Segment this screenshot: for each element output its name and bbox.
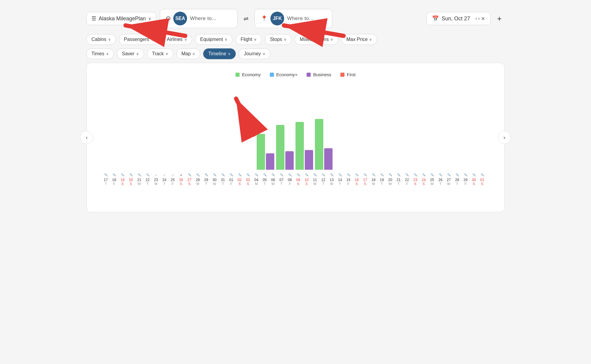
timeline-icon[interactable]: 🔍 <box>319 173 327 177</box>
date-cell[interactable]: 01F <box>227 178 235 186</box>
date-cell[interactable]: 18F <box>110 178 118 186</box>
timeline-icon[interactable]: 🔍 <box>185 173 194 177</box>
filter-cabins[interactable]: Cabins∨ <box>86 34 116 45</box>
filter-equipment[interactable]: Equipment∨ <box>195 34 233 45</box>
date-cell[interactable]: 24S <box>419 178 428 186</box>
timeline-icon[interactable]: 🔍 <box>378 173 386 177</box>
date-cell[interactable]: 24T <box>160 178 169 186</box>
date-cell[interactable]: 04M <box>252 178 261 186</box>
timeline-icon[interactable]: 🔍 <box>252 173 261 177</box>
date-cell[interactable]: 22F <box>403 178 411 186</box>
date-cell[interactable]: 17S <box>361 178 369 186</box>
filter-journey[interactable]: Journey∨ <box>239 48 270 59</box>
timeline-icon[interactable]: 🔍 <box>269 173 277 177</box>
date-cell[interactable]: 09S <box>294 178 302 186</box>
business-bar[interactable] <box>285 151 294 170</box>
timeline-icon[interactable]: 🔍 <box>202 173 210 177</box>
date-next-icon[interactable]: › <box>478 16 480 22</box>
filter-saver[interactable]: Saver∨ <box>117 48 144 59</box>
origin-selector[interactable]: SEA Where to... <box>160 9 238 28</box>
date-selector[interactable]: 📅 Sun, Oct 27 ‹ › ✕ <box>426 12 491 25</box>
chart-next-button[interactable]: › <box>498 131 511 144</box>
timeline-icon[interactable]: 🔍 <box>445 173 453 177</box>
date-cell[interactable]: 29T <box>202 178 210 186</box>
date-cell[interactable]: 05T <box>261 178 269 186</box>
filter-timeline[interactable]: Timeline∨ <box>203 48 236 59</box>
date-cell[interactable]: 03S <box>244 178 252 186</box>
economy-bar[interactable] <box>257 134 265 170</box>
filter-max-price[interactable]: Max Price∨ <box>341 34 377 45</box>
date-cell[interactable]: 08F <box>286 178 294 186</box>
economy-bar[interactable] <box>276 125 284 170</box>
economy-bar[interactable] <box>315 119 323 170</box>
date-cell[interactable]: 20W <box>386 178 394 186</box>
date-cell[interactable]: 22T <box>143 178 152 186</box>
date-cell[interactable]: 25F <box>169 178 177 186</box>
timeline-icon[interactable]: ✓ <box>169 173 177 177</box>
date-cell[interactable]: 15F <box>344 178 353 186</box>
timeline-icon[interactable]: 🔍 <box>453 173 461 177</box>
timeline-icon[interactable]: 🔍 <box>344 173 353 177</box>
filter-mixed-cabins[interactable]: Mixed Cabins∨ <box>295 34 338 45</box>
date-cell[interactable]: 13W <box>327 178 336 186</box>
filter-airlines[interactable]: Airlines∨ <box>162 34 192 45</box>
date-cell[interactable]: 30S <box>470 178 478 186</box>
date-cell[interactable]: 23S <box>411 178 419 186</box>
date-cell[interactable]: 10S <box>302 178 311 186</box>
date-cell[interactable]: 12T <box>319 178 327 186</box>
filter-flight[interactable]: Flight∨ <box>235 34 262 45</box>
timeline-icon[interactable]: 🔍 <box>227 173 235 177</box>
date-cell[interactable]: 07T <box>277 178 286 186</box>
date-cell[interactable]: 30W <box>210 178 219 186</box>
timeline-icon[interactable]: 🔍 <box>361 173 369 177</box>
date-cell[interactable]: 25M <box>428 178 436 186</box>
date-cell[interactable]: 06W <box>269 178 277 186</box>
timeline-icon[interactable]: 🔍 <box>436 173 445 177</box>
filter-passengers[interactable]: Passengers∨ <box>119 34 159 45</box>
timeline-icon[interactable]: 🔍 <box>102 173 110 177</box>
timeline-icon[interactable]: 🔍 <box>219 173 227 177</box>
timeline-icon[interactable]: 🔍 <box>118 173 127 177</box>
economy-bar[interactable] <box>296 122 304 170</box>
business-bar[interactable] <box>305 150 313 170</box>
date-cell[interactable]: 02S <box>235 178 244 186</box>
date-cell[interactable]: 19S <box>118 178 127 186</box>
timeline-icon[interactable]: 🔍 <box>294 173 302 177</box>
timeline-icon[interactable]: 🔍 <box>428 173 436 177</box>
timeline-icon[interactable]: 🔍 <box>461 173 470 177</box>
timeline-icon[interactable]: 🔍 <box>386 173 394 177</box>
timeline-icon[interactable]: 🔍 <box>478 173 486 177</box>
date-clear-icon[interactable]: ✕ <box>481 16 485 22</box>
add-button[interactable]: + <box>494 12 505 25</box>
date-cell[interactable]: 27S <box>185 178 194 186</box>
date-cell[interactable]: 01S <box>478 178 486 186</box>
date-cell[interactable]: 27W <box>445 178 453 186</box>
date-cell[interactable]: 31T <box>219 178 227 186</box>
timeline-icon[interactable]: 🔍 <box>336 173 344 177</box>
program-selector[interactable]: ☰ Alaska MileagePlan ∨ <box>86 12 156 25</box>
date-cell[interactable]: 11M <box>311 178 319 186</box>
filter-track[interactable]: Track∨ <box>147 48 173 59</box>
swap-button[interactable]: ⇌ <box>241 13 251 25</box>
date-cell[interactable]: 26S <box>177 178 185 186</box>
date-cell[interactable]: 21T <box>394 178 403 186</box>
date-cell[interactable]: 16S <box>353 178 361 186</box>
timeline-icon[interactable]: 🔍 <box>470 173 478 177</box>
timeline-icon[interactable]: 🔍 <box>127 173 135 177</box>
timeline-icon[interactable]: 🔍 <box>411 173 419 177</box>
filter-times[interactable]: Times∨ <box>86 48 114 59</box>
date-cell[interactable]: 28T <box>453 178 461 186</box>
timeline-icon[interactable]: 🔍 <box>394 173 403 177</box>
timeline-icon[interactable]: 🔍 <box>369 173 378 177</box>
timeline-icon[interactable]: 🔍 <box>302 173 311 177</box>
timeline-icon[interactable]: 🔍 <box>210 173 219 177</box>
date-cell[interactable]: 20S <box>127 178 135 186</box>
timeline-icon[interactable]: 🔍 <box>110 173 118 177</box>
timeline-icon[interactable]: 🔍 <box>261 173 269 177</box>
timeline-icon[interactable]: 🔍 <box>311 173 319 177</box>
timeline-icon[interactable]: 🔍 <box>353 173 361 177</box>
timeline-icon[interactable]: 🔍 <box>403 173 411 177</box>
date-cell[interactable]: 14T <box>336 178 344 186</box>
destination-selector[interactable]: 📍 JFK Where to... <box>255 9 332 28</box>
timeline-icon[interactable]: 🔍 <box>194 173 202 177</box>
